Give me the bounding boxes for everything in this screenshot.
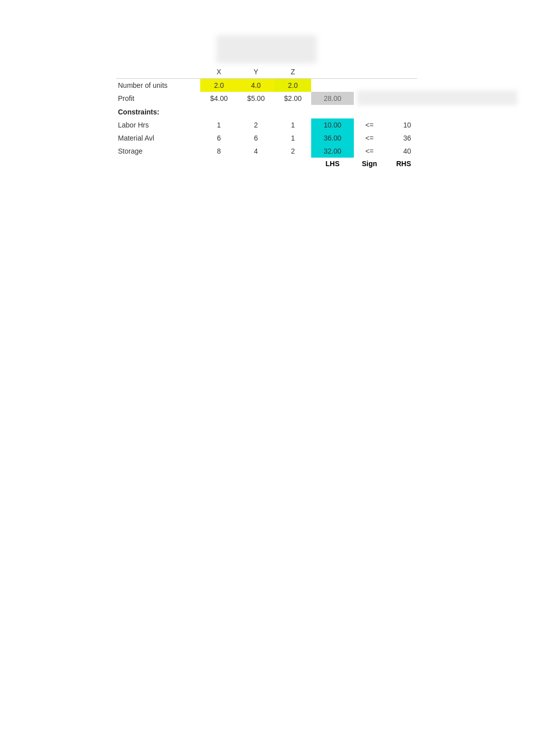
storage-z[interactable]: 2 [275,145,312,158]
column-headers: X Y Z [116,65,417,79]
storage-sign: <= [354,145,385,158]
label-profit: Profit [116,92,200,105]
profit-x[interactable]: $4.00 [200,92,237,105]
label-labor-hrs: Labor Hrs [116,118,200,132]
labor-lhs[interactable]: 10.00 [311,118,353,132]
label-empty-header [116,65,200,79]
profit-y[interactable]: $5.00 [237,92,275,105]
labor-sign: <= [354,118,385,132]
storage-rhs: 40 [385,145,417,158]
storage-x[interactable]: 8 [200,145,237,158]
storage-y[interactable]: 4 [237,145,275,158]
labor-y[interactable]: 2 [237,118,275,132]
material-x[interactable]: 6 [200,132,237,145]
constraints-x-empty [200,105,237,118]
units-y[interactable]: 4.0 [237,79,275,92]
storage-lhs[interactable]: 32.00 [311,145,353,158]
profit-z[interactable]: $2.00 [275,92,312,105]
header-lhs-empty [311,65,353,79]
footer-label-empty [116,158,200,170]
material-y[interactable]: 6 [237,132,275,145]
footer-z-empty [275,158,312,170]
row-footer-labels: LHS Sign RHS [116,158,417,170]
constraints-y-empty [237,105,275,118]
footer-rhs-label: RHS [385,158,417,170]
row-labor-hrs: Labor Hrs 1 2 1 10.00 <= 10 [116,118,417,132]
constraints-z-empty [275,105,312,118]
row-constraints-header: Constraints: [116,105,417,118]
footer-lhs-label: LHS [311,158,353,170]
header-rhs-empty [385,65,417,79]
material-sign: <= [354,132,385,145]
units-lhs-empty [311,79,353,92]
label-material-avl: Material Avl [116,132,200,145]
units-x[interactable]: 2.0 [200,79,237,92]
profit-lhs[interactable]: 28.00 [311,92,353,105]
header-y: Y [237,65,275,79]
constraints-rhs-empty [385,105,417,118]
header-x: X [200,65,237,79]
constraints-lhs-empty [311,105,353,118]
footer-x-empty [200,158,237,170]
label-storage: Storage [116,145,200,158]
footer-sign-label: Sign [354,158,385,170]
material-z[interactable]: 1 [275,132,312,145]
labor-x[interactable]: 1 [200,118,237,132]
header-z: Z [275,65,312,79]
labor-z[interactable]: 1 [275,118,312,132]
footer-y-empty [237,158,275,170]
label-constraints: Constraints: [116,105,200,118]
material-lhs[interactable]: 36.00 [311,132,353,145]
units-z[interactable]: 2.0 [275,79,312,92]
header-sign-empty [354,65,385,79]
material-rhs: 36 [385,132,417,145]
label-number-of-units: Number of units [116,79,200,92]
row-storage: Storage 8 4 2 32.00 <= 40 [116,145,417,158]
row-material-avl: Material Avl 6 6 1 36.00 <= 36 [116,132,417,145]
labor-rhs: 10 [385,118,417,132]
constraints-sign-empty [354,105,385,118]
